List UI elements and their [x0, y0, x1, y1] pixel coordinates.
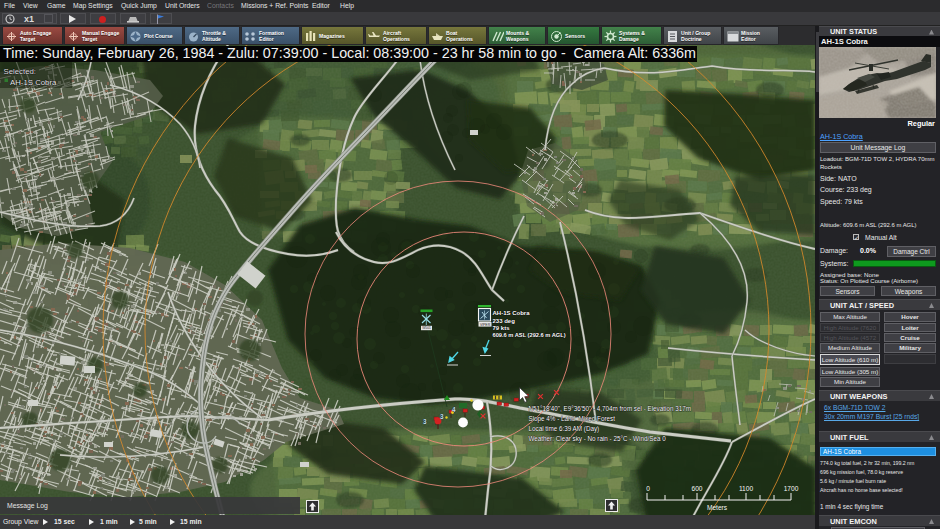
svg-text:Local time 6:39 AM (Day): Local time 6:39 AM (Day)	[529, 425, 600, 433]
svg-text:3: 3	[440, 413, 444, 420]
svg-text:AH-1S Cobra: AH-1S Cobra	[10, 78, 57, 87]
svg-text:600: 600	[691, 485, 702, 492]
svg-text:0: 0	[646, 485, 650, 492]
svg-text:79 kts: 79 kts	[493, 325, 511, 331]
svg-text:Slope 4% - Land: Mixed Fores: Slope 4% - Land: Mixed Forest	[529, 415, 616, 423]
svg-text:N51°18'40", E9°36'50" - 4,704m: N51°18'40", E9°36'50" - 4,704m from sel …	[529, 405, 691, 412]
svg-text:609.6 m ASL (292.6 m AGL): 609.6 m ASL (292.6 m AGL)	[493, 332, 566, 338]
svg-text:1700: 1700	[784, 485, 799, 492]
svg-text:Selected:: Selected:	[4, 67, 37, 76]
svg-text:Weather: Clear sky - No rain -: Weather: Clear sky - No rain - 25°C - Wi…	[529, 435, 667, 443]
svg-text:4: 4	[452, 406, 456, 413]
svg-text:VIPER: VIPER	[480, 323, 491, 327]
svg-text:Meters: Meters	[707, 504, 728, 511]
svg-text:AH-1S Cobra: AH-1S Cobra	[493, 310, 531, 316]
svg-text:3: 3	[423, 418, 427, 425]
svg-text:233 deg: 233 deg	[493, 318, 516, 324]
svg-text:1100: 1100	[739, 485, 754, 492]
svg-text:W501: W501	[422, 326, 431, 330]
